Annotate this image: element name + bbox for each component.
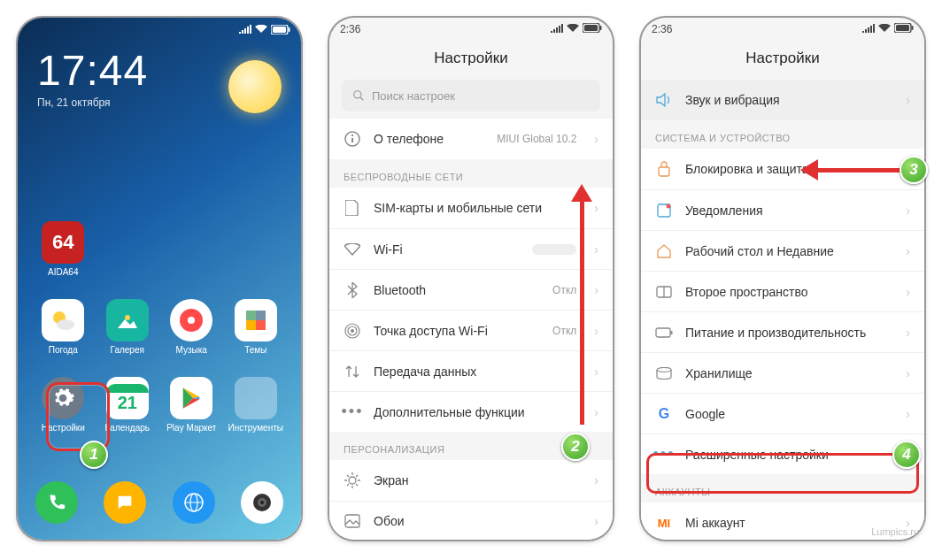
row-data-usage[interactable]: Передача данных ›: [329, 350, 613, 391]
app-aida64[interactable]: 64 AIDA64: [35, 221, 91, 287]
watermark: Lumpics.ru: [871, 526, 919, 537]
dock-messages-icon[interactable]: [104, 481, 146, 524]
svg-rect-24: [351, 138, 353, 142]
svg-point-26: [351, 329, 354, 333]
section-system: СИСТЕМА И УСТРОЙСТВО: [641, 120, 924, 149]
aida64-icon: 64: [42, 221, 84, 264]
second-space-icon: [655, 283, 673, 301]
arrow-left-head: [800, 159, 818, 180]
section-wireless: БЕСПРОВОДНЫЕ СЕТИ: [329, 159, 613, 188]
row-bluetooth[interactable]: Bluetooth Откл ›: [329, 269, 613, 310]
row-value: Откл: [552, 284, 576, 296]
step-badge-3: 3: [900, 156, 928, 184]
app-tools-folder[interactable]: Инструменты: [228, 377, 284, 442]
chevron-right-icon: ›: [594, 514, 598, 528]
app-gallery[interactable]: Галерея: [100, 299, 156, 364]
row-value: MIUI Global 10.2: [497, 133, 576, 145]
search-input[interactable]: Поиск настроек: [342, 80, 600, 111]
sim-icon: [344, 199, 361, 217]
chevron-right-icon: ›: [906, 326, 910, 340]
svg-point-7: [188, 317, 195, 324]
row-notifications[interactable]: Уведомления ›: [641, 189, 924, 230]
row-label: Mi аккаунт: [685, 516, 893, 530]
arrow-left: [815, 168, 903, 173]
svg-line-36: [347, 484, 349, 486]
row-more[interactable]: ••• Дополнительные функции ›: [329, 391, 613, 432]
row-hotspot[interactable]: Точка доступа Wi-Fi Откл ›: [329, 310, 613, 350]
weather-moon-icon[interactable]: [228, 60, 282, 113]
svg-line-22: [360, 97, 364, 101]
row-second-space[interactable]: Второе пространство ›: [641, 271, 924, 311]
dock-camera-icon[interactable]: [241, 481, 283, 524]
app-label: Play Маркет: [166, 423, 216, 442]
app-weather[interactable]: Погода: [35, 299, 91, 364]
svg-line-35: [356, 484, 358, 486]
app-themes[interactable]: Темы: [228, 299, 284, 364]
row-label: Второе пространство: [685, 285, 893, 299]
chevron-right-icon: ›: [594, 283, 598, 297]
row-sim[interactable]: SIM-карты и мобильные сети ›: [329, 188, 613, 228]
svg-rect-48: [671, 331, 673, 334]
svg-point-44: [667, 203, 671, 208]
app-label: Галерея: [111, 345, 144, 364]
highlight-box-advanced: [646, 453, 919, 494]
row-label: Обои: [374, 514, 582, 528]
image-icon: [344, 512, 361, 530]
battery-icon: [583, 23, 602, 35]
hotspot-icon: [344, 322, 361, 340]
svg-rect-20: [600, 26, 602, 30]
row-google[interactable]: G Google ›: [641, 393, 924, 433]
svg-line-34: [347, 475, 349, 477]
row-wallpaper[interactable]: Обои ›: [329, 501, 613, 540]
app-label: Инструменты: [228, 423, 283, 442]
chevron-right-icon: ›: [594, 242, 598, 257]
row-label: Bluetooth: [374, 283, 540, 297]
row-home-recents[interactable]: Рабочий стол и Недавние ›: [641, 230, 924, 271]
dock: [18, 481, 301, 524]
chevron-right-icon: ›: [906, 407, 910, 421]
app-label: Календарь: [105, 423, 150, 442]
calendar-icon: 21: [106, 377, 149, 419]
row-label: О телефоне: [374, 132, 484, 146]
svg-point-5: [125, 315, 130, 320]
chevron-right-icon: ›: [906, 203, 910, 218]
svg-point-4: [57, 319, 74, 330]
phone-settings: 2:36 Настройки Поиск настроек О телефоне…: [329, 18, 613, 540]
dock-phone-icon[interactable]: [35, 481, 78, 524]
battery-icon: [271, 25, 290, 35]
row-display[interactable]: Экран ›: [329, 460, 613, 501]
row-storage[interactable]: Хранилище ›: [641, 352, 924, 393]
signal-icon: [239, 25, 251, 34]
status-bar: 2:36: [329, 18, 613, 41]
row-label: Дополнительные функции: [374, 405, 582, 419]
step-badge-2: 2: [561, 433, 590, 461]
svg-rect-19: [584, 25, 598, 31]
dock-browser-icon[interactable]: [173, 481, 215, 524]
themes-icon: [235, 299, 277, 341]
sound-icon: [655, 91, 673, 109]
google-icon: G: [655, 405, 673, 423]
row-sound[interactable]: Звук и вибрация ›: [641, 80, 924, 120]
chevron-right-icon: ›: [906, 93, 910, 107]
row-wifi[interactable]: Wi-Fi ›: [329, 228, 613, 269]
battery-icon: [894, 23, 914, 35]
app-music[interactable]: Музыка: [164, 299, 220, 364]
svg-point-29: [349, 477, 356, 484]
status-bar: 2:36: [641, 18, 924, 41]
folder-icon: [235, 377, 277, 419]
row-battery[interactable]: Питание и производительность ›: [641, 311, 924, 352]
highlight-box-settings: [46, 382, 110, 451]
more-icon: •••: [344, 403, 361, 421]
chevron-right-icon: ›: [594, 132, 598, 146]
data-icon: [344, 363, 361, 380]
app-play-store[interactable]: Play Маркет: [164, 377, 220, 442]
svg-rect-47: [656, 328, 670, 337]
gallery-icon: [106, 299, 149, 341]
chevron-right-icon: ›: [594, 405, 598, 419]
app-label: AIDA64: [48, 267, 78, 287]
chevron-right-icon: ›: [594, 364, 598, 379]
row-about-phone[interactable]: О телефоне MIUI Global 10.2 ›: [329, 119, 613, 159]
signal-icon: [551, 23, 563, 35]
info-icon: [344, 130, 361, 148]
wifi-icon: [567, 23, 579, 35]
